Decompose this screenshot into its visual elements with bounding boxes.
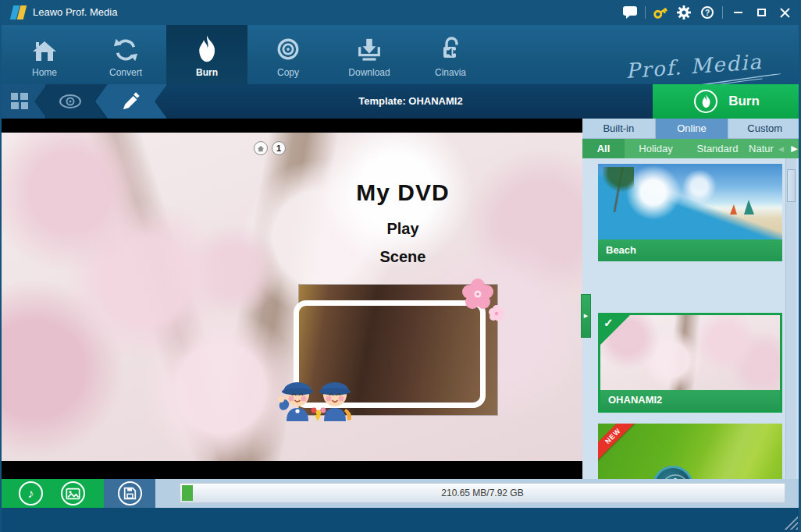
eye-icon	[59, 94, 82, 109]
image-icon	[66, 488, 80, 500]
background-image-button[interactable]	[61, 481, 85, 505]
category-all[interactable]: All	[582, 139, 625, 158]
nav-item-convert[interactable]: Convert	[85, 25, 166, 84]
help-icon[interactable]: ?	[696, 0, 719, 25]
tab-online[interactable]: Online	[656, 119, 729, 139]
disc-capacity-zone: 210.65 MB/7.92 GB	[155, 479, 801, 508]
template-thumbnail	[598, 164, 782, 239]
template-name: Beach	[598, 239, 782, 261]
cartoon-kids-decoration	[273, 360, 362, 423]
titlebar-controls: ?	[618, 0, 796, 25]
category-standard[interactable]: Standard	[687, 139, 748, 158]
nav-item-label: Burn	[196, 67, 218, 78]
template-card-beach[interactable]: Beach	[598, 164, 782, 261]
template-thumbnail	[600, 315, 780, 390]
burn-flame-icon	[195, 32, 219, 63]
app-window: Leawo Prof. Media ?	[0, 0, 801, 532]
home-icon	[31, 32, 58, 63]
menu-play-item[interactable]: Play	[286, 220, 520, 238]
nav-item-burn[interactable]: Burn	[166, 25, 247, 84]
minimize-button[interactable]	[726, 0, 749, 25]
feedback-icon[interactable]	[618, 0, 642, 25]
template-card-backschool[interactable]: NEW BackSchool	[598, 424, 782, 479]
dvd-menu-preview: 1 My DVD Play Scene	[0, 119, 582, 479]
edit-toolbar: Template: OHANAMI2 Burn	[0, 84, 801, 119]
maximize-button[interactable]	[749, 0, 773, 25]
check-icon: ✓	[603, 316, 614, 330]
template-grid-icon[interactable]	[10, 92, 29, 114]
window-title: Leawo Prof. Media	[33, 6, 117, 18]
main-nav: Home Convert Burn Copy Download	[0, 25, 801, 84]
menu-media-buttons: ♪	[0, 479, 104, 508]
divider	[722, 6, 723, 19]
disc-copy-icon	[275, 32, 301, 63]
clock-decoration	[653, 466, 693, 479]
burn-button-label: Burn	[728, 94, 760, 109]
burn-button[interactable]: Burn	[653, 84, 801, 119]
nav-item-label: Copy	[277, 67, 299, 78]
tab-custom[interactable]: Custom	[728, 119, 801, 139]
disc-capacity-text: 210.65 MB/7.92 GB	[180, 484, 785, 504]
menu-page-indicator[interactable]: 1	[272, 141, 286, 155]
burn-flame-icon	[694, 90, 717, 113]
menu-scene-item[interactable]: Scene	[286, 248, 520, 266]
category-nature[interactable]: Natur	[748, 139, 774, 158]
register-key-icon[interactable]	[649, 0, 672, 25]
window-border-left	[0, 0, 2, 532]
close-button[interactable]	[773, 0, 796, 25]
template-source-tabs: Built-in Online Custom	[582, 119, 801, 139]
nav-item-home[interactable]: Home	[4, 25, 85, 84]
template-category-bar: All Holiday Standard Natur ◀ ▶	[582, 139, 801, 158]
save-disk-icon	[123, 487, 137, 500]
save-template-button[interactable]	[118, 481, 142, 505]
nav-item-copy[interactable]: Copy	[247, 25, 329, 84]
template-list: Beach ✓ OHANAMI2 NEW BackSchool	[582, 158, 801, 479]
convert-icon	[112, 32, 140, 63]
sailboat-decoration	[744, 200, 754, 215]
pencil-icon	[122, 92, 141, 111]
nav-item-label: Home	[32, 67, 57, 78]
cinavia-lock-icon	[437, 32, 464, 63]
sakura-flower-decoration	[450, 278, 504, 321]
disc-capacity-bar: 210.65 MB/7.92 GB	[180, 483, 785, 503]
menu-home-button[interactable]	[254, 141, 268, 155]
settings-gear-icon[interactable]	[672, 0, 696, 25]
nav-item-label: Convert	[109, 67, 142, 78]
background-music-button[interactable]: ♪	[19, 481, 43, 505]
nav-item-download[interactable]: Download	[329, 25, 410, 84]
bottom-toolbar: ♪ 210.65 MB/7.92 GB	[0, 479, 801, 508]
status-strip	[0, 508, 801, 532]
category-scroll-left-icon[interactable]: ◀	[774, 145, 788, 153]
title-bar: Leawo Prof. Media ?	[0, 0, 801, 25]
save-section	[104, 479, 155, 508]
home-icon	[257, 145, 265, 152]
tab-built-in[interactable]: Built-in	[582, 119, 656, 139]
category-holiday[interactable]: Holiday	[625, 139, 687, 158]
template-name: OHANAMI2	[600, 390, 780, 410]
download-icon	[356, 32, 383, 63]
music-note-icon: ♪	[27, 487, 34, 501]
nav-item-label: Download	[348, 67, 390, 78]
menu-title-text[interactable]: My DVD	[286, 179, 520, 206]
nav-item-label: Cinavia	[435, 67, 466, 78]
resize-grip[interactable]	[784, 516, 798, 530]
divider	[645, 6, 646, 19]
sidebar-scrollbar[interactable]	[785, 158, 796, 479]
current-template-label: Template: OHANAMI2	[169, 84, 653, 119]
nav-item-cinavia[interactable]: Cinavia	[410, 25, 491, 84]
sailboat-decoration	[730, 204, 737, 215]
sidebar-collapse-handle[interactable]: ▶	[581, 294, 591, 338]
app-logo-icon	[10, 5, 27, 20]
template-sidebar: Built-in Online Custom All Holiday Stand…	[582, 119, 801, 479]
arrow-right-icon: ▶	[584, 313, 588, 319]
scrollbar-thumb[interactable]	[787, 169, 796, 202]
template-card-ohanami2[interactable]: ✓ OHANAMI2	[598, 313, 782, 413]
edit-mode-button[interactable]	[95, 84, 167, 119]
palm-tree-decoration	[603, 167, 634, 212]
